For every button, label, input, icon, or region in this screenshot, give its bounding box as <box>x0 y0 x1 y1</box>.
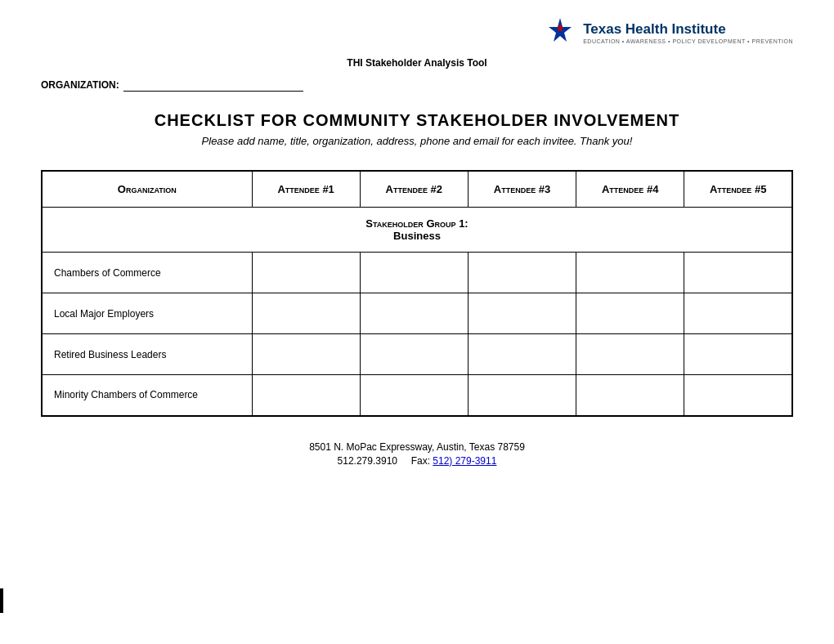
att5-cell-0 <box>684 253 792 293</box>
logo-text-block: Texas Health Institute Education • Aware… <box>583 21 793 43</box>
col-att2-label: Attendee #2 <box>386 183 442 195</box>
group-label: Stakeholder Group 1: <box>365 217 468 230</box>
group-cell: Stakeholder Group 1: Business <box>42 208 792 253</box>
table-row: Chambers of Commerce <box>42 253 792 293</box>
tool-title: THI Stakeholder Analysis Tool <box>41 57 793 69</box>
col-org-label: Organization <box>118 183 177 195</box>
sub-heading: Please add name, title, organization, ad… <box>41 135 793 147</box>
group-row: Stakeholder Group 1: Business <box>42 208 792 253</box>
footer: 8501 N. MoPac Expressway, Austin, Texas … <box>41 441 793 467</box>
col-header-att2: Attendee #2 <box>360 171 468 208</box>
group-sublabel: Business <box>393 230 441 242</box>
col-att4-label: Attendee #4 <box>602 183 658 195</box>
col-att3-label: Attendee #3 <box>494 183 550 195</box>
att2-cell-2 <box>360 334 468 375</box>
att2-cell-3 <box>360 375 468 416</box>
footer-phone-text: 512.279.3910 Fax: <box>338 455 433 467</box>
stakeholder-table: Organization Attendee #1 Attendee #2 Att… <box>41 170 793 417</box>
att3-cell-0 <box>468 253 576 293</box>
col-header-att1: Attendee #1 <box>252 171 360 208</box>
col-att5-label: Attendee #5 <box>710 183 766 195</box>
table-header-row: Organization Attendee #1 Attendee #2 Att… <box>42 171 792 208</box>
org-line: ORGANIZATION: <box>41 78 793 92</box>
att2-cell-1 <box>360 293 468 334</box>
col-header-att4: Attendee #4 <box>576 171 684 208</box>
col-header-att3: Attendee #3 <box>468 171 576 208</box>
att1-cell-3 <box>252 375 360 416</box>
org-cell-3: Minority Chambers of Commerce <box>42 375 252 416</box>
att3-cell-1 <box>468 293 576 334</box>
att1-cell-0 <box>252 253 360 293</box>
org-cell-2: Retired Business Leaders <box>42 334 252 375</box>
att5-cell-1 <box>684 293 792 334</box>
att2-cell-0 <box>360 253 468 293</box>
left-bar <box>0 588 3 613</box>
col-header-org: Organization <box>42 171 252 208</box>
footer-phone: 512.279.3910 Fax: 512) 279-3911 <box>41 455 793 467</box>
att5-cell-2 <box>684 334 792 375</box>
col-att1-label: Attendee #1 <box>277 183 334 195</box>
table-row: Retired Business Leaders <box>42 334 792 375</box>
org-cell-0: Chambers of Commerce <box>42 253 252 293</box>
footer-address: 8501 N. MoPac Expressway, Austin, Texas … <box>41 441 793 453</box>
thi-logo-icon <box>544 16 576 49</box>
logo-title: Texas Health Institute <box>583 21 793 38</box>
table-row: Minority Chambers of Commerce <box>42 375 792 416</box>
header: Texas Health Institute Education • Aware… <box>41 16 793 49</box>
footer-fax-link[interactable]: 512) 279-3911 <box>433 455 496 467</box>
att1-cell-1 <box>252 293 360 334</box>
att1-cell-2 <box>252 334 360 375</box>
org-label: ORGANIZATION: <box>41 79 119 91</box>
att4-cell-0 <box>576 253 684 293</box>
att4-cell-1 <box>576 293 684 334</box>
org-cell-1: Local Major Employers <box>42 293 252 334</box>
main-heading: Checklist for Community Stakeholder Invo… <box>41 111 793 130</box>
att4-cell-2 <box>576 334 684 375</box>
att3-cell-3 <box>468 375 576 416</box>
col-header-att5: Attendee #5 <box>684 171 792 208</box>
att5-cell-3 <box>684 375 792 416</box>
table-row: Local Major Employers <box>42 293 792 334</box>
att4-cell-3 <box>576 375 684 416</box>
logo-subtitle: Education • Awareness • Policy Developme… <box>583 38 793 44</box>
logo-container: Texas Health Institute Education • Aware… <box>544 16 793 49</box>
att3-cell-2 <box>468 334 576 375</box>
org-underline <box>123 78 303 92</box>
